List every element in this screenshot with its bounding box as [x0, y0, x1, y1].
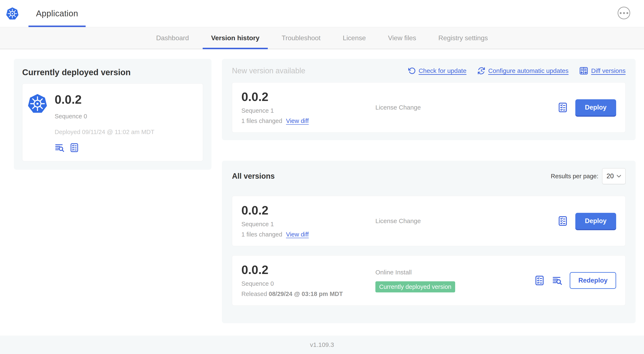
overflow-menu-button[interactable]	[618, 7, 630, 19]
version-sequence: Sequence 0	[242, 280, 376, 287]
currently-deployed-card: 0.0.2 Sequence 0 Deployed 09/11/24 @ 11:…	[22, 83, 203, 161]
deploy-button[interactable]: Deploy	[575, 99, 616, 116]
view-logs-icon[interactable]	[552, 275, 562, 286]
rotate-ccw-icon	[408, 67, 416, 75]
tab-view-files[interactable]: View files	[380, 27, 424, 49]
console-version-label: v1.109.3	[310, 341, 334, 348]
version-number: 0.0.2	[242, 263, 376, 276]
configure-automatic-updates-label: Configure automatic updates	[488, 67, 569, 74]
deployed-version-number: 0.0.2	[55, 93, 154, 106]
ellipsis-icon	[620, 12, 628, 14]
version-number: 0.0.2	[242, 204, 376, 217]
results-per-page-select[interactable]: 20	[602, 168, 626, 184]
deployed-sequence: Sequence 0	[55, 113, 154, 120]
version-sequence: Sequence 1	[242, 221, 376, 228]
diff-versions-label: Diff versions	[591, 67, 626, 74]
preflight-checklist-icon[interactable]	[557, 102, 568, 113]
version-source-label: Online Install	[376, 269, 534, 276]
application-tab-active-indicator	[28, 26, 86, 27]
page-footer: v1.109.3	[0, 335, 644, 354]
released-timestamp: Released 08/29/24 @ 03:18 pm MDT	[242, 290, 376, 297]
check-for-update-label: Check for update	[418, 67, 466, 74]
version-sequence: Sequence 1	[242, 107, 376, 114]
new-version-row: 0.0.2 Sequence 1 1 files changed View di…	[232, 82, 626, 133]
application-tab-label: Application	[36, 9, 78, 18]
clock-refresh-icon	[477, 67, 485, 75]
version-source-label: License Change	[376, 104, 557, 111]
check-for-update-link[interactable]: Check for update	[408, 67, 466, 75]
view-logs-icon[interactable]	[55, 143, 65, 153]
all-versions-title: All versions	[232, 172, 275, 181]
tab-license[interactable]: License	[334, 27, 374, 49]
new-version-panel: New version available Check for update C…	[222, 59, 636, 140]
results-per-page-value: 20	[606, 172, 614, 180]
view-diff-link[interactable]: View diff	[286, 231, 309, 238]
application-tab[interactable]: Application	[28, 0, 86, 27]
deploy-button[interactable]: Deploy	[575, 213, 616, 229]
currently-deployed-panel: Currently deployed version 0.0.2 Sequenc…	[14, 59, 212, 170]
currently-deployed-title: Currently deployed version	[22, 68, 203, 77]
configure-automatic-updates-link[interactable]: Configure automatic updates	[477, 67, 569, 75]
tab-troubleshoot[interactable]: Troubleshoot	[273, 27, 329, 49]
main-content: Currently deployed version 0.0.2 Sequenc…	[0, 49, 644, 335]
preflight-checklist-icon[interactable]	[69, 143, 79, 153]
diff-icon	[579, 66, 588, 75]
preflight-checklist-icon[interactable]	[534, 275, 545, 286]
app-subnav: Dashboard Version history Troubleshoot L…	[0, 27, 644, 49]
redeploy-button[interactable]: Redeploy	[570, 272, 616, 289]
currently-deployed-badge: Currently deployed version	[376, 281, 455, 292]
version-source-label: License Change	[376, 217, 557, 225]
top-header: Application	[0, 0, 644, 27]
files-changed-label: 1 files changed	[242, 231, 282, 238]
deployed-timestamp: Deployed 09/11/24 @ 11:02 am MDT	[55, 129, 154, 136]
diff-versions-link[interactable]: Diff versions	[579, 66, 626, 75]
files-changed-label: 1 files changed	[242, 118, 282, 124]
all-versions-panel: All versions Results per page: 20 0.0.2 …	[222, 161, 636, 323]
chevron-down-icon	[616, 173, 622, 179]
kubernetes-logo-icon	[6, 7, 19, 20]
version-row: 0.0.2 Sequence 1 1 files changed View di…	[232, 196, 626, 246]
tab-version-history[interactable]: Version history	[203, 27, 268, 49]
preflight-checklist-icon[interactable]	[557, 216, 568, 226]
app-kubernetes-icon	[28, 94, 48, 114]
tab-dashboard[interactable]: Dashboard	[148, 27, 198, 49]
new-version-title: New version available	[232, 66, 305, 75]
version-row: 0.0.2 Sequence 0 Released 08/29/24 @ 03:…	[232, 255, 626, 306]
version-number: 0.0.2	[242, 91, 376, 103]
view-diff-link[interactable]: View diff	[286, 118, 309, 124]
tab-registry-settings[interactable]: Registry settings	[430, 27, 496, 49]
results-per-page-label: Results per page:	[551, 173, 598, 180]
